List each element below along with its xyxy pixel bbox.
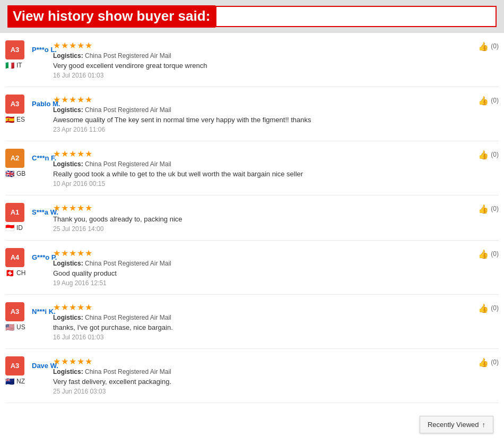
- star-rating: ★★★★★: [53, 95, 473, 105]
- review-content: ★★★★★ Logistics: China Post Registered A…: [48, 248, 478, 287]
- country-flag: 🇨🇭: [5, 269, 14, 277]
- like-button[interactable]: 👍 (0): [478, 356, 499, 368]
- avatar: A2: [5, 149, 24, 168]
- logistics-line: Logistics: China Post Registered Air Mai…: [53, 368, 473, 375]
- review-text: Awesome quality of The key sent in norma…: [53, 116, 473, 124]
- country-code: US: [16, 323, 25, 331]
- review-date: 23 Apr 2016 11:06: [53, 126, 473, 133]
- reviewer-left: A3 P***o L. 🇮🇹 IT: [5, 40, 48, 69]
- recently-viewed-icon: ↑: [482, 421, 486, 429]
- country-row: 🇪🇸 ES: [5, 116, 25, 123]
- header-input-area[interactable]: [215, 6, 497, 27]
- country-code: ID: [16, 224, 23, 232]
- review-text: thanks, I've got purchase, nice bargain.: [53, 323, 473, 331]
- country-flag: 🇮🇩: [5, 224, 14, 232]
- country-flag: 🇬🇧: [5, 170, 14, 177]
- review-content: ★★★★★ Logistics: China Post Registered A…: [48, 95, 478, 133]
- recently-viewed-button[interactable]: Recently Viewed ↑: [420, 416, 493, 433]
- review-content: ★★★★★ Logistics: China Post Registered A…: [48, 40, 478, 79]
- logistics-value: China Post Registered Air Mail: [85, 106, 171, 114]
- country-row: 🇨🇭 CH: [5, 269, 25, 277]
- like-button[interactable]: 👍 (0): [478, 248, 499, 259]
- reviewer-left: A3 Dave W. 🇳🇿 NZ: [5, 356, 48, 385]
- logistics-value: China Post Registered Air Mail: [85, 260, 171, 267]
- like-count: (0): [491, 151, 499, 158]
- reviewer-left: A4 G***o P. 🇨🇭 CH: [5, 248, 48, 277]
- avatar: A3: [5, 40, 24, 59]
- country-row: 🇳🇿 NZ: [5, 378, 25, 385]
- star-rating: ★★★★★: [53, 149, 473, 159]
- logistics-label: Logistics:: [53, 106, 83, 114]
- logistics-line: Logistics: China Post Registered Air Mai…: [53, 260, 473, 267]
- country-flag: 🇺🇸: [5, 323, 14, 331]
- country-code: ES: [16, 116, 25, 123]
- review-item: A3 N***i K. 🇺🇸 US ★★★★★ Logistics: China…: [5, 295, 499, 349]
- avatar: A1: [5, 203, 24, 222]
- country-row: 🇬🇧 GB: [5, 170, 25, 177]
- header-title: View history show buyer said:: [7, 5, 215, 28]
- logistics-value: China Post Registered Air Mail: [85, 314, 171, 321]
- country-row: 🇮🇩 ID: [5, 224, 23, 232]
- reviewer-left: A3 N***i K. 🇺🇸 US: [5, 302, 48, 331]
- country-code: NZ: [16, 378, 25, 385]
- review-text: Good quality product: [53, 269, 473, 277]
- logistics-label: Logistics:: [53, 260, 83, 267]
- star-rating: ★★★★★: [53, 356, 473, 366]
- review-content: ★★★★★ Logistics: China Post Registered A…: [48, 302, 478, 341]
- logistics-label: Logistics:: [53, 52, 83, 59]
- like-button[interactable]: 👍 (0): [478, 40, 499, 52]
- like-count: (0): [491, 205, 499, 212]
- logistics-label: Logistics:: [53, 314, 83, 321]
- logistics-value: China Post Registered Air Mail: [85, 368, 171, 375]
- logistics-label: Logistics:: [53, 160, 83, 168]
- review-date: 25 Jul 2016 14:00: [53, 225, 473, 233]
- like-button[interactable]: 👍 (0): [478, 95, 499, 106]
- review-item: A3 Dave W. 🇳🇿 NZ ★★★★★ Logistics: China …: [5, 349, 499, 403]
- country-flag: 🇮🇹: [5, 62, 14, 69]
- avatar: A3: [5, 356, 24, 375]
- thumbs-up-icon: 👍: [478, 41, 489, 52]
- review-date: 10 Apr 2016 00:15: [53, 180, 473, 187]
- country-row: 🇺🇸 US: [5, 323, 25, 331]
- country-code: CH: [16, 269, 25, 277]
- logistics-line: Logistics: China Post Registered Air Mai…: [53, 52, 473, 59]
- thumbs-up-icon: 👍: [478, 204, 489, 214]
- like-button[interactable]: 👍 (0): [478, 149, 499, 160]
- review-date: 16 Jul 2016 01:03: [53, 72, 473, 79]
- country-row: 🇮🇹 IT: [5, 62, 22, 69]
- reviewer-left: A2 C***n F. 🇬🇧 GB: [5, 149, 48, 177]
- thumbs-up-icon: 👍: [478, 96, 489, 106]
- logistics-line: Logistics: China Post Registered Air Mai…: [53, 160, 473, 168]
- header-banner: View history show buyer said:: [0, 0, 504, 33]
- review-content: ★★★★★ Logistics: China Post Registered A…: [48, 356, 478, 395]
- avatar: A3: [5, 95, 24, 114]
- star-rating: ★★★★★: [53, 40, 473, 50]
- review-date: 25 Jun 2016 03:03: [53, 388, 473, 395]
- review-date: 16 Jul 2016 01:03: [53, 334, 473, 341]
- logistics-value: China Post Registered Air Mail: [85, 52, 171, 59]
- country-code: IT: [16, 62, 22, 69]
- review-item: A2 C***n F. 🇬🇧 GB ★★★★★ Logistics: China…: [5, 141, 499, 195]
- star-rating: ★★★★★: [53, 302, 473, 312]
- logistics-line: Logistics: China Post Registered Air Mai…: [53, 314, 473, 321]
- country-flag: 🇳🇿: [5, 378, 14, 385]
- review-item: A4 G***o P. 🇨🇭 CH ★★★★★ Logistics: China…: [5, 241, 499, 295]
- avatar: A4: [5, 248, 24, 267]
- like-button[interactable]: 👍 (0): [478, 203, 499, 214]
- logistics-line: Logistics: China Post Registered Air Mai…: [53, 106, 473, 114]
- like-button[interactable]: 👍 (0): [478, 302, 499, 313]
- avatar: A3: [5, 302, 24, 321]
- reviewer-left: A3 Pablo M. 🇪🇸 ES: [5, 95, 48, 123]
- thumbs-up-icon: 👍: [478, 249, 489, 259]
- review-item: A3 P***o L. 🇮🇹 IT ★★★★★ Logistics: China…: [5, 33, 499, 87]
- like-count: (0): [491, 97, 499, 104]
- logistics-value: China Post Registered Air Mail: [85, 160, 171, 168]
- like-count: (0): [491, 358, 499, 366]
- review-content: ★★★★★ Logistics: China Post Registered A…: [48, 149, 478, 187]
- review-item: A1 S***a W. 🇮🇩 ID ★★★★★ Thank you, goods…: [5, 195, 499, 241]
- thumbs-up-icon: 👍: [478, 357, 489, 368]
- page-wrapper: View history show buyer said: A3 P***o L…: [0, 0, 504, 444]
- star-rating: ★★★★★: [53, 203, 473, 213]
- review-text: Thank you, goods already to, packing nic…: [53, 215, 473, 223]
- star-rating: ★★★★★: [53, 248, 473, 258]
